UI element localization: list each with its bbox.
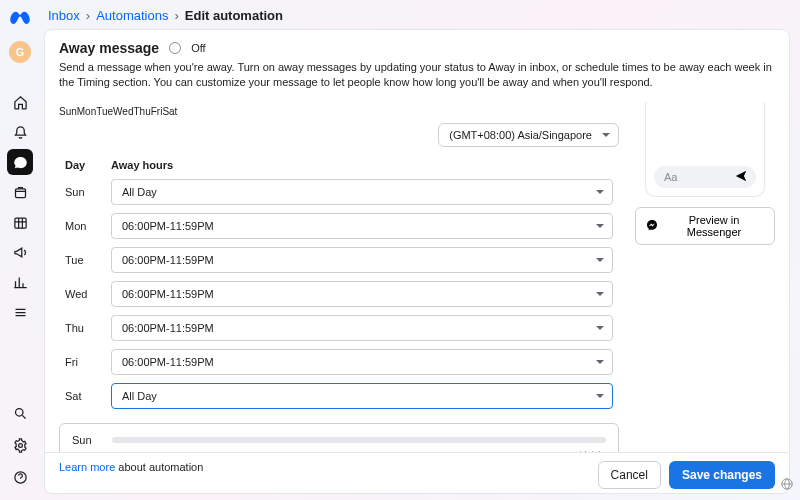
breadcrumb-inbox[interactable]: Inbox <box>48 8 80 23</box>
nav-home[interactable] <box>7 89 33 115</box>
account-avatar[interactable]: G <box>9 41 31 63</box>
messenger-icon <box>646 219 658 233</box>
timezone-select[interactable]: (GMT+08:00) Asia/Singapore <box>438 123 619 147</box>
nav-search[interactable] <box>7 400 33 426</box>
nav-inbox[interactable] <box>7 149 33 175</box>
away-row-fri: Fri06:00PM-11:59PM <box>59 345 619 379</box>
status-label: Off <box>191 42 205 54</box>
day-label: Mon <box>59 209 105 243</box>
timeline-row-sun: Sun <box>72 434 606 446</box>
away-row-sat: SatAll Day <box>59 379 619 413</box>
away-hours-select-fri[interactable]: 06:00PM-11:59PM <box>111 349 613 375</box>
timeline-panel: Sun12AMMidnightMon12AMMidnightTue12AMMid… <box>59 423 619 452</box>
status-radio-off[interactable] <box>169 42 181 54</box>
breadcrumb-current: Edit automation <box>185 8 283 23</box>
chevron-down-icon <box>596 326 604 330</box>
away-hours-table: Day Away hours SunAll DayMon06:00PM-11:5… <box>59 155 619 413</box>
nav-settings[interactable] <box>7 432 33 458</box>
chevron-down-icon <box>596 394 604 398</box>
breadcrumb: Inbox › Automations › Edit automation <box>44 6 790 29</box>
away-hours-select-thu[interactable]: 06:00PM-11:59PM <box>111 315 613 341</box>
timeline-bar <box>112 437 606 443</box>
nav-notifications[interactable] <box>7 119 33 145</box>
days-strip: SunMonTueWedThuFriSat <box>59 102 619 121</box>
preview-in-messenger-button[interactable]: Preview in Messenger <box>635 207 775 245</box>
meta-logo[interactable] <box>9 8 31 33</box>
away-hours-select-wed[interactable]: 06:00PM-11:59PM <box>111 281 613 307</box>
chevron-right-icon: › <box>174 8 178 23</box>
chevron-down-icon <box>602 133 610 137</box>
nav-help[interactable] <box>7 464 33 490</box>
chevron-down-icon <box>596 258 604 262</box>
day-label: Thu <box>59 311 105 345</box>
away-hours-select-sat[interactable]: All Day <box>111 383 613 409</box>
away-row-sun: SunAll Day <box>59 175 619 209</box>
away-hours-select-tue[interactable]: 06:00PM-11:59PM <box>111 247 613 273</box>
chevron-right-icon: › <box>86 8 90 23</box>
day-label: Sun <box>59 175 105 209</box>
globe-icon[interactable] <box>780 477 794 494</box>
cancel-button[interactable]: Cancel <box>598 461 661 489</box>
nav-all-tools[interactable] <box>7 299 33 325</box>
send-icon <box>734 169 748 185</box>
day-label: Fri <box>59 345 105 379</box>
away-row-mon: Mon06:00PM-11:59PM <box>59 209 619 243</box>
away-row-thu: Thu06:00PM-11:59PM <box>59 311 619 345</box>
left-nav-sidebar: G <box>0 0 40 500</box>
col-hours: Away hours <box>105 155 619 175</box>
svg-rect-1 <box>14 218 25 228</box>
chevron-down-icon <box>596 360 604 364</box>
svg-point-3 <box>18 443 22 447</box>
chevron-down-icon <box>596 224 604 228</box>
messenger-preview: Aa <box>645 102 765 197</box>
page-description: Send a message when you're away. Turn on… <box>59 60 775 90</box>
away-row-wed: Wed06:00PM-11:59PM <box>59 277 619 311</box>
breadcrumb-automations[interactable]: Automations <box>96 8 168 23</box>
preview-placeholder: Aa <box>664 171 677 183</box>
preview-input: Aa <box>654 166 756 188</box>
save-button[interactable]: Save changes <box>669 461 775 489</box>
day-label: Sat <box>59 379 105 413</box>
timezone-value: (GMT+08:00) Asia/Singapore <box>449 129 592 141</box>
col-day: Day <box>59 155 105 175</box>
away-hours-select-sun[interactable]: All Day <box>111 179 613 205</box>
nav-planner[interactable] <box>7 209 33 235</box>
nav-ads[interactable] <box>7 239 33 265</box>
chevron-down-icon <box>596 292 604 296</box>
chevron-down-icon <box>596 190 604 194</box>
learn-more-text: Learn more about automation <box>59 461 203 473</box>
learn-more-link[interactable]: Learn more <box>59 461 115 473</box>
away-row-tue: Tue06:00PM-11:59PM <box>59 243 619 277</box>
day-label: Tue <box>59 243 105 277</box>
page-title: Away message <box>59 40 159 56</box>
preview-button-label: Preview in Messenger <box>664 214 764 238</box>
nav-icon-list <box>7 89 33 325</box>
automation-card: Away message Off Send a message when you… <box>44 29 790 494</box>
svg-rect-0 <box>15 188 25 197</box>
nav-content[interactable] <box>7 179 33 205</box>
day-label: Wed <box>59 277 105 311</box>
main-panel: Inbox › Automations › Edit automation Aw… <box>40 0 800 500</box>
nav-insights[interactable] <box>7 269 33 295</box>
away-hours-select-mon[interactable]: 06:00PM-11:59PM <box>111 213 613 239</box>
svg-point-2 <box>15 408 23 416</box>
